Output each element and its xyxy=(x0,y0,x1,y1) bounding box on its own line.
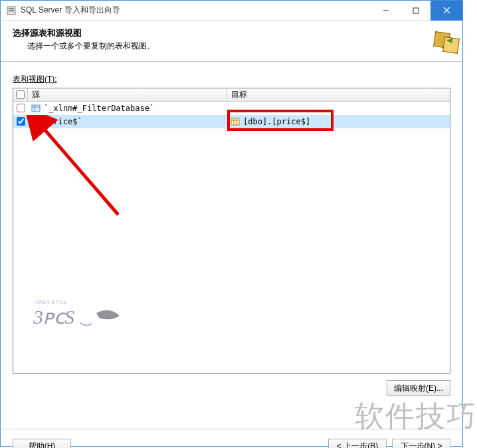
back-button[interactable]: < 上一步(B) xyxy=(328,439,387,449)
destination-cell: [dbo].[price$] xyxy=(243,117,310,126)
table-row[interactable]: `price$` [dbo].[price$] xyxy=(13,115,450,128)
next-button[interactable]: 下一步(N) > xyxy=(392,439,450,449)
watermark-logo: ONLY 3 PCS 3ᴘᴄS xyxy=(33,294,133,334)
window-controls xyxy=(371,1,462,21)
table-row[interactable]: `_xlnm#_FilterDatabase` xyxy=(13,102,450,115)
edit-mapping-button[interactable]: 编辑映射(E)... xyxy=(387,380,450,396)
content-area: 表和视图(T): 源 目标 `_xlnm#_FilterDatabase` xyxy=(1,62,462,429)
wizard-icon xyxy=(430,26,462,58)
window-title: SQL Server 导入和导出向导 xyxy=(21,5,371,16)
maximize-button[interactable] xyxy=(401,1,430,21)
svg-rect-4 xyxy=(413,8,419,13)
wizard-window: SQL Server 导入和导出向导 选择源表和源视图 选择一个或多个要复制的表… xyxy=(0,0,463,447)
annotation-arrow xyxy=(25,115,145,228)
select-all-header[interactable] xyxy=(13,88,28,101)
page-title: 选择源表和源视图 xyxy=(13,27,450,39)
wizard-footer: 帮助(H) < 上一步(B) 下一步(N) > xyxy=(1,429,462,448)
select-all-checkbox[interactable] xyxy=(16,90,25,99)
grid-header: 源 目标 xyxy=(13,88,450,102)
table-label: 表和视图(T): xyxy=(13,74,450,85)
source-column-header[interactable]: 源 xyxy=(28,88,227,101)
destination-column-header[interactable]: 目标 xyxy=(227,88,450,101)
row-checkbox[interactable] xyxy=(17,104,25,112)
minimize-button[interactable] xyxy=(371,1,401,21)
close-button[interactable] xyxy=(430,1,462,21)
db-table-icon xyxy=(230,117,240,126)
svg-rect-15 xyxy=(231,118,239,125)
tables-grid[interactable]: 源 目标 `_xlnm#_FilterDatabase` xyxy=(13,88,450,374)
svg-line-19 xyxy=(41,126,118,215)
table-icon xyxy=(31,104,41,113)
wizard-header: 选择源表和源视图 选择一个或多个要复制的表和视图。 xyxy=(1,21,462,62)
mapping-actions: 编辑映射(E)... xyxy=(13,380,450,396)
app-icon xyxy=(6,5,17,16)
help-button[interactable]: 帮助(H) xyxy=(13,439,71,449)
svg-rect-9 xyxy=(32,105,40,112)
row-checkbox[interactable] xyxy=(17,117,25,126)
svg-text:ONLY 3 PCS: ONLY 3 PCS xyxy=(36,299,66,305)
page-subtitle: 选择一个或多个要复制的表和视图。 xyxy=(13,41,450,52)
table-icon xyxy=(31,117,41,126)
svg-text:3ᴘᴄS: 3ᴘᴄS xyxy=(33,306,74,328)
source-cell: `price$` xyxy=(44,117,82,126)
titlebar: SQL Server 导入和导出向导 xyxy=(1,1,462,21)
svg-rect-1 xyxy=(9,8,14,9)
svg-rect-12 xyxy=(32,118,40,125)
svg-rect-2 xyxy=(9,10,14,11)
source-cell: `_xlnm#_FilterDatabase` xyxy=(44,104,154,113)
